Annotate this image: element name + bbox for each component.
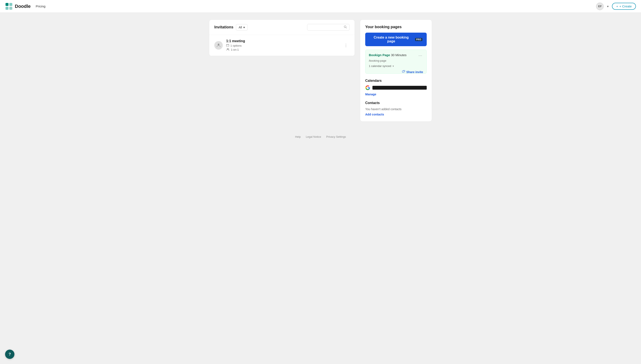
group-icon <box>226 48 230 52</box>
booking-card-duration: 30 Minutes <box>391 53 406 57</box>
footer-legal-link[interactable]: Legal Notice <box>306 135 321 138</box>
contacts-section: Contacts You haven't added contacts Add … <box>365 101 427 116</box>
create-button-label: + Create <box>619 4 632 8</box>
filter-label: All <box>239 26 242 29</box>
question-mark-icon: ? <box>9 352 11 356</box>
booking-card-title-area: Bookign Page 30 Minutes <box>369 53 407 57</box>
logo[interactable]: Doodle <box>5 2 31 10</box>
invitations-header: Invitations All ▾ <box>209 20 355 35</box>
meeting-meta: 1 options 1-on-1 <box>226 44 339 52</box>
share-invite-label: Share invite <box>406 70 423 74</box>
calendar-synced-label: 1 calendar synced <box>369 64 391 68</box>
svg-point-12 <box>227 48 228 50</box>
pricing-link[interactable]: Pricing <box>36 4 46 8</box>
header-nav: Pricing <box>36 4 46 8</box>
calendars-title: Calendars <box>365 79 427 83</box>
footer: Help Legal Notice Privacy Settings <box>0 130 641 144</box>
booking-ellipsis-icon: ⋯ <box>418 54 422 58</box>
header: Doodle Pricing EF ▾ + + Create <box>0 0 641 13</box>
booking-card-header: Bookign Page 30 Minutes ⋯ <box>369 53 423 58</box>
create-button[interactable]: + + Create <box>612 3 636 10</box>
share-invite-button[interactable]: Share invite <box>402 70 423 74</box>
create-booking-button[interactable]: Create a new booking page PRO <box>365 33 427 46</box>
booking-card-url: /booking-page <box>369 59 423 62</box>
chevron-down-icon: ▾ <box>607 5 608 8</box>
svg-point-13 <box>228 48 229 50</box>
search-box <box>307 24 350 30</box>
pro-badge: PRO <box>415 38 422 41</box>
svg-rect-3 <box>6 7 9 10</box>
options-count: 1 options <box>230 44 242 47</box>
meeting-name: 1:1 meeting <box>226 39 339 43</box>
calendar-icon <box>226 44 229 48</box>
ellipsis-icon: ⋮ <box>344 43 348 48</box>
booking-card-more-button[interactable]: ⋯ <box>418 53 423 58</box>
avatar-chevron-button[interactable]: ▾ <box>606 4 609 9</box>
booking-pages-title: Your booking pages <box>365 25 427 29</box>
meeting-type: 1-on-1 <box>226 48 339 52</box>
logo-text: Doodle <box>15 4 31 9</box>
right-panel: Your booking pages Create a new booking … <box>360 20 432 122</box>
calendar-name-redacted <box>372 86 427 90</box>
plus-icon: + <box>616 4 618 8</box>
manage-link[interactable]: Manage <box>365 92 376 96</box>
svg-point-7 <box>218 44 219 45</box>
contacts-title: Contacts <box>365 101 427 105</box>
calendar-row <box>365 85 427 90</box>
invitations-title: Invitations <box>214 25 233 30</box>
header-right: EF ▾ + + Create <box>596 2 636 10</box>
calendar-synced[interactable]: 1 calendar synced ▾ <box>369 64 423 68</box>
search-input[interactable] <box>310 26 342 29</box>
footer-privacy-link[interactable]: Privacy Settings <box>326 135 346 138</box>
svg-rect-2 <box>9 3 12 6</box>
footer-help-link[interactable]: Help <box>295 135 301 138</box>
calendars-section: Calendars Manage <box>365 79 427 101</box>
svg-rect-4 <box>9 7 12 10</box>
invitations-panel: Invitations All ▾ <box>209 20 355 56</box>
meeting-options: 1 options <box>226 44 339 48</box>
meeting-item[interactable]: 1:1 meeting 1 options <box>209 35 355 56</box>
svg-rect-8 <box>226 44 229 46</box>
add-contacts-link[interactable]: Add contacts <box>365 113 384 116</box>
contacts-empty-message: You haven't added contacts <box>365 108 427 111</box>
booking-card-title: Bookign Page <box>369 53 390 57</box>
create-booking-label: Create a new booking page <box>369 36 413 43</box>
search-icon <box>344 26 347 29</box>
svg-rect-14 <box>402 71 404 72</box>
person-avatar-icon <box>216 43 221 48</box>
meeting-type-label: 1-on-1 <box>231 48 239 51</box>
help-button[interactable]: ? <box>5 350 15 359</box>
svg-line-6 <box>346 28 347 28</box>
meeting-more-button[interactable]: ⋮ <box>342 42 350 48</box>
booking-page-card: Bookign Page 30 Minutes ⋯ /booking-page … <box>365 50 427 74</box>
google-logo-icon <box>365 85 370 90</box>
avatar-button[interactable]: EF <box>596 2 604 10</box>
filter-chevron-icon: ▾ <box>243 26 245 29</box>
avatar <box>214 41 223 50</box>
main-content: Invitations All ▾ <box>204 20 437 122</box>
filter-dropdown[interactable]: All ▾ <box>236 24 248 30</box>
calendar-synced-chevron-icon: ▾ <box>393 64 394 68</box>
svg-rect-1 <box>6 3 9 6</box>
doodle-logo-icon <box>5 2 13 10</box>
link-icon <box>402 70 405 74</box>
meeting-info: 1:1 meeting 1 options <box>226 39 339 52</box>
